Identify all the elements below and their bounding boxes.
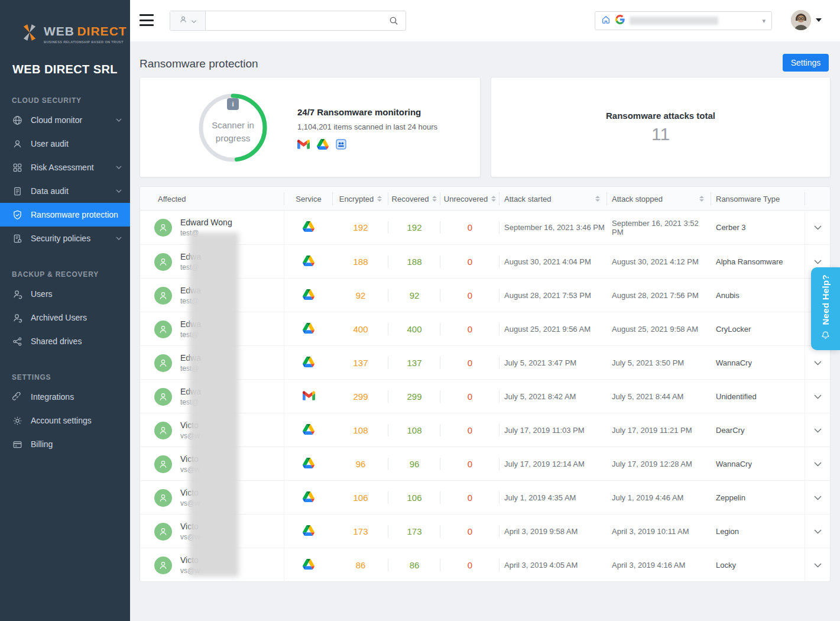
expand-row-chevron-icon[interactable]	[805, 211, 830, 244]
user-icon	[12, 138, 22, 149]
sort-icon[interactable]	[377, 196, 382, 202]
attack-started-date: September 16, 2021 3:46 PM	[500, 211, 607, 244]
settings-button[interactable]: Settings	[783, 54, 829, 72]
sidebar-item-shared-drives[interactable]: Shared drives	[0, 329, 130, 353]
recovered-count: 299	[388, 380, 440, 413]
expand-row-chevron-icon[interactable]	[805, 380, 830, 413]
sidebar-item-security-policies[interactable]: Security policies	[0, 227, 130, 250]
need-help-tab[interactable]: Need Help?	[811, 267, 840, 350]
column-header-service[interactable]: Service	[284, 187, 333, 211]
gmail-icon	[303, 391, 315, 403]
menu-toggle-button[interactable]	[140, 14, 154, 26]
attack-started-date: April 3, 2019 9:58 AM	[500, 515, 607, 548]
table-row[interactable]: Edwa test@ 137 137 0 July 5, 2021 3:47 P…	[140, 345, 830, 379]
expand-row-chevron-icon[interactable]	[805, 481, 830, 515]
expand-row-chevron-icon[interactable]	[805, 548, 830, 582]
scanner-progress-ring: Scanner in progress i	[197, 92, 268, 163]
search-icon[interactable]	[382, 11, 406, 30]
encrypted-count: 137	[333, 346, 388, 380]
chevron-down-icon	[116, 165, 122, 170]
recovered-count: 192	[388, 211, 440, 244]
table-row[interactable]: Edward Wong test@ 192 192 0 September 16…	[140, 211, 830, 244]
user-archive-icon	[12, 312, 22, 323]
recovered-count: 106	[388, 481, 440, 515]
grid-icon	[12, 162, 22, 173]
contacts-icon	[336, 139, 346, 152]
sort-icon[interactable]	[595, 196, 600, 202]
table-row[interactable]: Victo vs@w 96 96 0 July 17, 2019 12:14 A…	[140, 447, 830, 480]
expand-row-chevron-icon[interactable]	[805, 413, 830, 447]
sort-icon[interactable]	[699, 196, 704, 202]
sidebar-item-ransomware-protection[interactable]: Ransomware protection	[0, 203, 130, 227]
column-header-unrecovered[interactable]: Unrecovered	[440, 187, 500, 211]
expand-row-chevron-icon[interactable]	[805, 515, 830, 548]
table-row[interactable]: Victo vs@w 173 173 0 April 3, 2019 9:58 …	[140, 514, 830, 548]
sidebar-item-risk-assessment[interactable]: Risk Assessment	[0, 156, 130, 179]
google-drive-icon	[303, 255, 314, 269]
search-box	[170, 11, 406, 31]
recovered-count: 188	[388, 245, 440, 279]
sort-icon[interactable]	[491, 196, 496, 202]
brand-word-web: WEB	[44, 24, 74, 38]
service-cell	[284, 211, 333, 244]
sidebar-item-account-settings[interactable]: Account settings	[0, 409, 130, 432]
sidebar: WEB DIRECT BUSINESS RELATIONSHIP BASED O…	[0, 0, 130, 621]
caret-down-icon[interactable]	[816, 18, 822, 22]
sidebar-item-billing[interactable]: Billing	[0, 432, 130, 456]
user-avatar[interactable]	[791, 10, 811, 30]
expand-row-chevron-icon[interactable]	[805, 346, 830, 380]
recovered-count: 400	[388, 312, 440, 346]
scanner-status-line2: progress	[216, 132, 250, 145]
attack-stopped-date: April 3, 2019 10:11 AM	[607, 515, 711, 548]
sidebar-item-cloud-monitor[interactable]: Cloud monitor	[0, 108, 130, 132]
info-icon[interactable]: i	[227, 98, 239, 110]
column-header-ransomware-type[interactable]: Ransomware Type	[711, 187, 805, 211]
table-row[interactable]: Victo vs@w 106 106 0 July 1, 2019 4:35 A…	[140, 480, 830, 514]
shield-check-icon	[12, 209, 22, 220]
attack-stopped-date: September 16, 2021 3:52 PM	[607, 211, 711, 244]
sidebar-item-archived-users[interactable]: Archived Users	[0, 306, 130, 329]
bell-icon	[820, 331, 831, 343]
ransomware-type: CryLocker	[711, 312, 805, 346]
column-header-affected[interactable]: Affected	[140, 187, 284, 211]
brand-logo[interactable]: WEB DIRECT BUSINESS RELATIONSHIP BASED O…	[0, 0, 130, 45]
service-cell	[284, 447, 333, 481]
attack-stopped-date: August 28, 2021 7:56 PM	[607, 279, 711, 312]
home-icon	[601, 15, 611, 27]
search-input[interactable]	[206, 11, 382, 30]
sidebar-item-users[interactable]: Users	[0, 282, 130, 306]
table-row[interactable]: Edwa test@ 400 400 0 August 25, 2021 9:5…	[140, 312, 830, 345]
column-header-encrypted[interactable]: Encrypted	[333, 187, 388, 211]
column-header-recovered[interactable]: Recovered	[388, 187, 440, 211]
ransomware-type: WannaCry	[711, 346, 805, 380]
column-header-attack-started[interactable]: Attack started	[500, 187, 607, 211]
table-row[interactable]: Edwa test@ 92 92 0 August 28, 2021 7:53 …	[140, 278, 830, 312]
section-label-cloud-security: CLOUD SECURITY	[0, 96, 130, 105]
expand-row-chevron-icon[interactable]	[805, 447, 830, 481]
user-menu[interactable]	[791, 10, 822, 30]
sidebar-item-integrations[interactable]: Integrations	[0, 385, 130, 409]
recovered-count: 173	[388, 515, 440, 548]
need-help-label: Need Help?	[820, 274, 831, 325]
search-category-dropdown[interactable]	[170, 11, 206, 30]
service-cell	[284, 481, 333, 515]
sidebar-item-data-audit[interactable]: Data audit	[0, 179, 130, 203]
table-row[interactable]: Edwa test@ 188 188 0 August 30, 2021 4:0…	[140, 244, 830, 278]
sort-icon[interactable]	[432, 196, 437, 202]
scanner-status-line1: Scanner in	[212, 119, 254, 132]
recovered-count: 92	[388, 279, 440, 312]
gmail-icon	[297, 140, 310, 151]
encrypted-count: 106	[333, 481, 388, 515]
attack-started-date: July 17, 2019 12:14 AM	[500, 447, 607, 481]
table-row[interactable]: Victo vs@w 86 86 0 April 3, 2019 4:05 AM…	[140, 548, 830, 581]
unrecovered-count: 0	[440, 346, 500, 380]
domain-selector[interactable]: ▾	[595, 11, 772, 30]
table-row[interactable]: Victo vs@w 108 108 0 July 17, 2019 11:03…	[140, 413, 830, 447]
column-header-attack-stopped[interactable]: Attack stopped	[607, 187, 711, 211]
table-row[interactable]: Edwa test@ 299 299 0 July 5, 2021 8:42 A…	[140, 379, 830, 413]
attack-started-date: August 30, 2021 4:04 PM	[500, 245, 607, 279]
sidebar-item-user-audit[interactable]: User audit	[0, 132, 130, 156]
table-body: Edward Wong test@ 192 192 0 September 16…	[140, 211, 830, 581]
user-mini-icon	[179, 15, 187, 26]
attacks-total-card: Ransomware attacks total 11	[491, 77, 831, 177]
